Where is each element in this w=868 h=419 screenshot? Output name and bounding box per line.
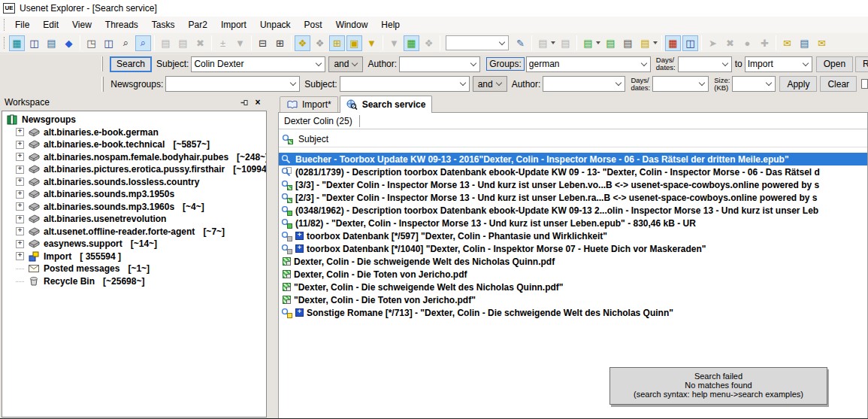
tree-item-recycle-bin[interactable]: Recycle Bin [~25698~]	[4, 275, 266, 288]
result-row-file[interactable]: Dexter, Colin - Die schweigende Welt des…	[279, 255, 867, 268]
edit-search-icon[interactable]: ✎	[513, 35, 528, 51]
groups-combo[interactable]	[526, 56, 651, 72]
expand-plus-icon[interactable]: +	[16, 202, 24, 211]
tree-item-newsgroup[interactable]: + alt.binaries.pictures.erotica.pussy.fi…	[4, 163, 266, 176]
target-combo[interactable]	[745, 56, 812, 72]
newsgroups-input[interactable]	[166, 79, 287, 90]
target-input[interactable]	[746, 59, 800, 69]
operator2-dropdown[interactable]: and	[473, 76, 507, 92]
close-icon[interactable]: ×	[252, 97, 264, 108]
expand-plus-icon[interactable]: +	[16, 227, 24, 235]
send-mail-icon[interactable]: ✉	[779, 35, 795, 51]
expand-plus-icon[interactable]: +	[16, 252, 24, 260]
days-dates2-combo[interactable]	[652, 76, 709, 92]
combo-dropdown-button[interactable]	[800, 57, 812, 71]
tools-icon[interactable]: ✚	[757, 35, 773, 51]
reset-button[interactable]: Reset	[855, 56, 868, 72]
author2-input[interactable]	[543, 79, 612, 90]
save-disk-icon[interactable]: ◫	[682, 35, 698, 51]
pattern-view-icon[interactable]: ▦	[404, 35, 419, 51]
open-newsgroup-icon[interactable]: ◫	[26, 35, 42, 51]
result-row-file[interactable]: "Dexter, Colin - Die Toten von Jericho.p…	[279, 293, 867, 306]
result-row-collection[interactable]: + Sonstige Romane [*/713] - "Dexter, Col…	[279, 306, 867, 319]
menu-file[interactable]: File	[8, 17, 36, 32]
subscribe-book-icon[interactable]: ◆	[61, 35, 77, 51]
menu-tasks[interactable]: Tasks	[145, 17, 182, 32]
move-folder-icon[interactable]: ▤	[175, 35, 191, 51]
tree-root-newsgroups[interactable]: Newsgroups	[4, 114, 266, 126]
filter-checkbox[interactable]	[861, 79, 868, 89]
combo-dropdown-button[interactable]	[287, 77, 299, 91]
search-service-icon[interactable]: ⌕	[135, 35, 151, 51]
filter-new-icon[interactable]: ▼	[364, 35, 380, 51]
combo-dropdown-button[interactable]	[638, 57, 650, 71]
tab-import[interactable]: Import*	[280, 96, 338, 112]
filter-off-icon[interactable]: ▼	[386, 35, 402, 51]
tree-item-newsgroup[interactable]: + alt.binaries.usenetrevolution	[4, 213, 266, 226]
brush-icon[interactable]: ❖	[421, 35, 437, 51]
expand-plus-icon[interactable]: +	[295, 244, 304, 253]
expand-plus-icon[interactable]: +	[16, 178, 24, 186]
subject2-combo[interactable]	[340, 76, 470, 92]
statistics-chart-icon[interactable]: ▦	[665, 35, 681, 51]
schedule-icon[interactable]: ●	[739, 35, 755, 51]
tree-item-import[interactable]: + Import [ 355594 ]	[4, 250, 266, 263]
show-page-icon[interactable]: ▣	[346, 35, 362, 51]
tree-item-newsgroup[interactable]: + alt.usenet.offline-reader.forte-agent …	[4, 226, 266, 238]
search-local-icon[interactable]: ⌕	[118, 35, 134, 51]
combo-dropdown-button[interactable]	[612, 77, 625, 91]
days-dates-input[interactable]	[679, 59, 719, 69]
quick-search-input[interactable]	[446, 38, 496, 48]
result-row[interactable]: [3/3] - "Dexter Colin - Inspector Morse …	[279, 178, 867, 191]
groups-input[interactable]	[527, 59, 638, 69]
quick-search-combo[interactable]	[446, 35, 509, 50]
result-row[interactable]: (0281/1739) - Description toorbox Datenb…	[279, 165, 867, 178]
add-filter-icon[interactable]: ▼	[232, 35, 248, 51]
search-button[interactable]: Search	[110, 56, 152, 72]
launch-task-icon[interactable]: ➤	[705, 35, 721, 51]
result-row-collection[interactable]: + toorbox Datenbank [*/597] "Dexter, Col…	[279, 229, 867, 242]
menu-view[interactable]: View	[65, 17, 98, 32]
add-rule-icon[interactable]: ±	[215, 35, 231, 51]
result-row-file[interactable]: Dexter, Colin - Die Toten von Jericho.pd…	[279, 268, 867, 281]
expand-plus-icon[interactable]: +	[16, 153, 24, 161]
menu-post[interactable]: Post	[298, 17, 329, 32]
expand-plus-icon[interactable]: +	[16, 141, 24, 149]
menu-unpack[interactable]: Unpack	[253, 17, 298, 32]
result-row[interactable]: (11/82) - "Dexter, Colin - Inspector Mor…	[279, 217, 867, 229]
open-book-icon[interactable]: ◫	[101, 35, 116, 51]
shift-left-icon[interactable]: ⊟	[255, 35, 271, 51]
show-newsgroups-icon[interactable]: ▦	[9, 35, 25, 51]
author2-combo[interactable]	[543, 76, 625, 92]
open-button[interactable]: Open	[816, 56, 853, 72]
expand-plus-icon[interactable]: +	[295, 308, 304, 317]
download-headers-icon[interactable]: ▤	[44, 35, 59, 51]
subject-column-header[interactable]: Subject	[279, 132, 867, 147]
shift-right-icon[interactable]: ⊞	[272, 35, 288, 51]
result-row-file[interactable]: "Dexter, Colin - Die schweigende Welt de…	[279, 281, 867, 293]
dropdown-arrow-icon[interactable]	[551, 41, 555, 44]
tree-item-newsgroup[interactable]: + alt.binaries.nospam.female.bodyhair.pu…	[4, 151, 266, 164]
cancel-task-icon[interactable]: ✖	[722, 35, 738, 51]
size-input[interactable]	[733, 79, 763, 90]
days-dates2-input[interactable]	[653, 79, 696, 90]
tree-item-newsgroup[interactable]: + easynews.support [~14~]	[4, 238, 266, 250]
pin-icon[interactable]	[238, 97, 250, 108]
combo-dropdown-button[interactable]	[313, 57, 325, 71]
dropdown-arrow-icon[interactable]	[596, 41, 600, 44]
size-combo[interactable]	[732, 76, 776, 92]
new-folder-icon[interactable]: ▤	[158, 35, 174, 51]
address-book-icon[interactable]: ▤	[797, 35, 812, 51]
combine-parts-icon[interactable]: ❖	[295, 35, 310, 51]
menu-import[interactable]: Import	[214, 17, 253, 32]
panel-splitter[interactable]	[268, 94, 278, 419]
newsgroups-combo[interactable]	[165, 76, 300, 92]
result-row[interactable]: (0348/1962) - Description toorbox Datenb…	[279, 204, 867, 217]
par2-create-icon[interactable]: ▤	[535, 35, 551, 51]
tree-item-newsgroup[interactable]: + alt.binaries.e-book.technical [~5857~]	[4, 138, 266, 151]
author-combo[interactable]	[399, 56, 480, 72]
operator-dropdown[interactable]: and	[328, 56, 363, 72]
expand-plus-icon[interactable]: +	[16, 165, 24, 174]
combo-dropdown-button[interactable]	[349, 57, 361, 71]
expand-plus-icon[interactable]: +	[16, 128, 24, 136]
